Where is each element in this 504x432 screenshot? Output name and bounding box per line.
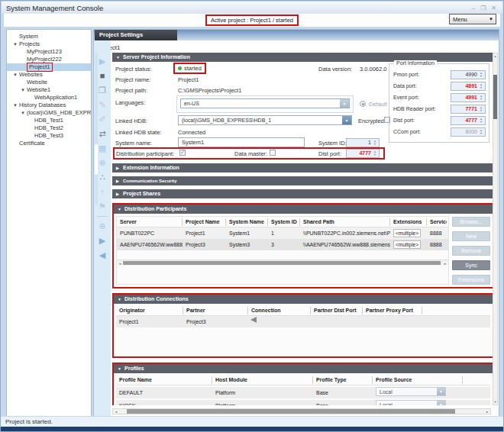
tree-item-projects[interactable]: ▼Projects (7, 40, 91, 48)
participant-row-1[interactable]: PUNBT022PC Project1 System1 1 \\PUNBT022… (117, 227, 448, 239)
section-header-distribution-participants[interactable]: ▼ Distribution Participants (114, 205, 493, 214)
tree-item-website1[interactable]: ▼Website1 (7, 86, 91, 94)
dist-port-info-spinner[interactable]: 4777▲▼ (451, 116, 486, 125)
back-icon[interactable]: ◀ (94, 248, 111, 263)
profile-row-kiosk[interactable]: KIOSK Platform Base Local▼ (116, 400, 490, 405)
hdb-reader-port-label: HDB Reader port: (393, 106, 436, 111)
tree-item-myproject123[interactable]: MyProject123 (7, 48, 91, 56)
hdb-reader-port-value: 7771 (465, 106, 477, 111)
scroll-right-icon[interactable]: ► (486, 410, 489, 414)
distribution-participant-checkbox[interactable] (179, 150, 186, 156)
tab-project-settings[interactable]: Project Settings (95, 30, 177, 40)
minimize-icon[interactable]: – (472, 5, 475, 11)
spinner-arrows-icon[interactable]: ▲▼ (372, 150, 378, 157)
scroll-up-icon[interactable]: ▲ (493, 54, 497, 58)
languages-dropdown[interactable]: en-US ▼ (180, 98, 350, 108)
extensions-cell[interactable]: <multiple> (393, 240, 421, 249)
section-distribution-connections: ▼ Distribution Connections Originator Pa… (112, 293, 494, 358)
section-header-server-project-information[interactable]: ▼ Server Project Information (112, 53, 494, 62)
tree-item-websites[interactable]: ▼Websites (7, 71, 91, 79)
tree-item-certificate[interactable]: Certificate (7, 140, 91, 147)
collapse-arrow-icon: ▼ (118, 364, 121, 373)
section-header-extension-information[interactable]: ▶ Extension Information (112, 163, 494, 172)
participant-row-2[interactable]: AAENPU746562W.ww888 Project3 System3 3 \… (117, 239, 448, 250)
new-button[interactable]: New (452, 231, 490, 241)
tree-item-project1-selected[interactable]: Project1 (7, 63, 91, 71)
tree-item-system[interactable]: System (7, 33, 91, 40)
scroll-left-icon[interactable]: ◄ (115, 410, 118, 414)
tree-item-hdb-test2[interactable]: HDB_Test2 (7, 124, 91, 132)
spinner-arrows-icon[interactable]: ▲▼ (478, 82, 484, 90)
hdb-reader-port-spinner[interactable]: 7771▲▼ (451, 105, 486, 114)
participants-hscrollbar[interactable]: ◄ ► (117, 260, 448, 266)
event-port-spinner[interactable]: 4991▲▼ (451, 93, 486, 102)
spinner-arrows-icon[interactable]: ▲▼ (478, 94, 484, 102)
spinner-arrows-icon[interactable]: ▲▼ (478, 71, 484, 79)
main-vscrollbar[interactable]: ▲ ▼ (493, 53, 498, 405)
section-header-communication-security[interactable]: ▶ Communication Security (112, 176, 494, 185)
tree-item-hdb-test3[interactable]: HDB_Test3 (7, 132, 91, 140)
tree-item-gms-hdb-express[interactable]: ▼(local)\GMS_HDB_EXPRESS (7, 109, 91, 117)
main-hscrollbar[interactable]: ◄ ► (112, 408, 491, 414)
data-version-label: Data version: (318, 66, 352, 73)
extensions-button[interactable]: Extensions (452, 275, 490, 285)
dist-port-spinner[interactable]: 4777 ▲▼ (346, 149, 380, 158)
section-header-distribution-connections[interactable]: ▼ Distribution Connections (114, 295, 493, 304)
expander-icon[interactable]: ▼ (21, 86, 27, 94)
participants-table-header: Server Project Name System Name System I… (117, 217, 448, 227)
dist-port-info-value: 4777 (465, 118, 477, 123)
status-bar: Project is started. (1, 416, 503, 427)
expander-icon[interactable]: ▼ (13, 40, 19, 48)
pmon-port-spinner[interactable]: 4990▲▼ (451, 70, 486, 79)
data-master-checkbox[interactable] (270, 150, 276, 156)
section-header-project-shares[interactable]: ▶ Project Shares (112, 189, 494, 198)
default-radio[interactable] (360, 101, 366, 107)
system-id-spinner[interactable]: 1 ▲▼ (346, 138, 380, 147)
dist-port-info-label: Dist port: (393, 118, 415, 123)
toolbar-scrollbar[interactable] (95, 53, 98, 205)
spinner-arrows-icon[interactable]: ▲▼ (478, 117, 484, 124)
section-header-profiles[interactable]: ▼ Profiles (114, 364, 493, 373)
menu-dropdown[interactable]: Menu (449, 14, 496, 24)
expander-icon[interactable]: ▼ (13, 102, 19, 109)
linked-hdb-label: Linked HDB: (115, 118, 147, 124)
add-icon[interactable]: ⊕ (94, 219, 111, 234)
profile-source-dropdown[interactable]: Local▼ (376, 387, 446, 396)
spinner-arrows-icon[interactable]: ▲▼ (372, 139, 378, 147)
scroll-left-icon[interactable]: ◄ (118, 262, 121, 266)
linked-hdb-dropdown[interactable]: (local)\GMS_HDB_EXPRESS\HDB_1 ▼ (178, 115, 352, 125)
window-title: System Management Console (2, 4, 472, 12)
close-icon[interactable]: ✕ (491, 5, 496, 11)
tree-item-hdb-test1[interactable]: HDB_Test1 (7, 117, 91, 124)
sync-button[interactable]: Sync (452, 260, 490, 270)
expander-icon[interactable]: ▼ (21, 109, 27, 117)
extensions-cell[interactable]: <multiple> (393, 229, 421, 237)
scroll-right-icon[interactable]: ► (444, 262, 447, 266)
chevron-down-icon[interactable]: ▼ (437, 388, 445, 395)
maximize-icon[interactable]: ❒ (480, 5, 486, 11)
expander-icon[interactable]: ▼ (13, 71, 19, 79)
profile-source-dropdown[interactable]: Local▼ (376, 400, 446, 405)
tree-item-website[interactable]: Website (7, 79, 91, 86)
system-tree: System ▼Projects MyProject123 MyProject2… (6, 29, 92, 417)
browse-button[interactable]: Browse... (452, 217, 490, 227)
system-name-input[interactable]: System1 (178, 137, 305, 147)
col-profile-source: Profile Source (373, 376, 463, 384)
col-host-module: Host Module (212, 376, 313, 384)
scroll-down-icon[interactable]: ▼ (493, 400, 497, 404)
spinner-arrows-icon[interactable]: ▲▼ (478, 105, 484, 113)
project-status-annotation: started (173, 63, 206, 74)
chevron-down-icon[interactable]: ▼ (340, 99, 349, 108)
data-port-spinner[interactable]: 4891▲▼ (451, 82, 486, 91)
profile-row-default[interactable]: DEFAULT Platform Base Local▼ (116, 387, 490, 398)
chevron-down-icon[interactable]: ▼ (437, 401, 445, 405)
chevron-down-icon[interactable]: ▼ (342, 116, 351, 124)
tree-item-webapplication1[interactable]: WebApplication1 (7, 94, 91, 102)
remove-button[interactable]: Remove (452, 246, 490, 256)
connection-row-1[interactable]: Project1 Project3 (116, 316, 490, 327)
ccom-port-value: 8000 (465, 129, 477, 134)
tree-item-history-databases[interactable]: ▼History Databases (7, 102, 91, 109)
run-icon[interactable]: ▶ (94, 234, 111, 248)
event-port-value: 4991 (465, 95, 477, 100)
settings-scroll-area: ▼ Server Project Information Project sta… (112, 53, 494, 405)
